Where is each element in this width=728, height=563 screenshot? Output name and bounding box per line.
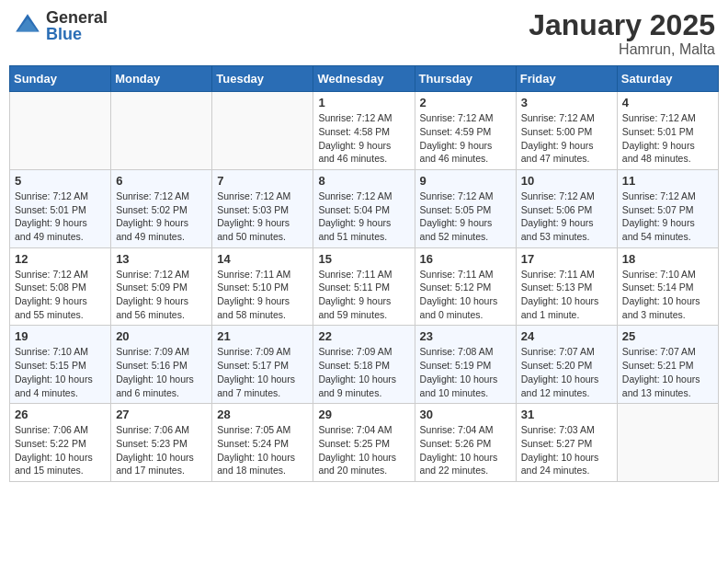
day-info-line: Daylight: 9 hours and 49 minutes. bbox=[15, 216, 106, 243]
day-info: Sunrise: 7:12 AMSunset: 5:05 PMDaylight:… bbox=[420, 190, 511, 244]
day-info: Sunrise: 7:09 AMSunset: 5:16 PMDaylight:… bbox=[116, 345, 207, 399]
week-row-3: 19Sunrise: 7:10 AMSunset: 5:15 PMDayligh… bbox=[10, 326, 719, 404]
day-info: Sunrise: 7:12 AMSunset: 5:03 PMDaylight:… bbox=[217, 190, 308, 244]
week-row-2: 12Sunrise: 7:12 AMSunset: 5:08 PMDayligh… bbox=[10, 247, 719, 326]
day-info-line: Daylight: 9 hours and 51 minutes. bbox=[318, 216, 409, 243]
day-info-line: Sunrise: 7:09 AM bbox=[116, 345, 207, 359]
day-cell bbox=[111, 92, 212, 170]
day-info: Sunrise: 7:07 AMSunset: 5:21 PMDaylight:… bbox=[622, 345, 713, 399]
weekday-header-saturday: Saturday bbox=[617, 66, 718, 92]
day-info-line: Sunset: 5:01 PM bbox=[622, 125, 713, 139]
day-info-line: Daylight: 10 hours and 15 minutes. bbox=[15, 451, 106, 477]
day-info-line: Daylight: 9 hours and 54 minutes. bbox=[622, 216, 713, 243]
day-info-line: Sunrise: 7:12 AM bbox=[318, 190, 409, 203]
day-number: 24 bbox=[521, 329, 612, 343]
day-info-line: Sunrise: 7:09 AM bbox=[217, 345, 308, 359]
day-info-line: Daylight: 10 hours and 24 minutes. bbox=[521, 451, 612, 477]
logo-blue: Blue bbox=[46, 26, 108, 42]
day-cell: 21Sunrise: 7:09 AMSunset: 5:17 PMDayligh… bbox=[212, 326, 313, 404]
day-cell: 15Sunrise: 7:11 AMSunset: 5:11 PMDayligh… bbox=[313, 247, 415, 326]
day-number: 28 bbox=[217, 408, 308, 421]
day-info-line: Daylight: 10 hours and 18 minutes. bbox=[217, 451, 308, 477]
day-info: Sunrise: 7:03 AMSunset: 5:27 PMDaylight:… bbox=[521, 423, 612, 477]
day-cell: 30Sunrise: 7:04 AMSunset: 5:26 PMDayligh… bbox=[415, 404, 516, 482]
day-info-line: Sunset: 5:10 PM bbox=[217, 281, 308, 294]
day-info-line: Daylight: 9 hours and 58 minutes. bbox=[217, 294, 308, 321]
day-cell: 26Sunrise: 7:06 AMSunset: 5:22 PMDayligh… bbox=[10, 404, 111, 482]
day-info-line: Sunset: 5:00 PM bbox=[521, 125, 612, 139]
day-info-line: Sunrise: 7:12 AM bbox=[622, 111, 713, 125]
day-info-line: Daylight: 10 hours and 6 minutes. bbox=[116, 373, 207, 399]
day-number: 4 bbox=[622, 96, 713, 109]
location: Hamrun, Malta bbox=[529, 41, 715, 58]
day-info-line: Sunrise: 7:06 AM bbox=[15, 423, 106, 437]
day-info-line: Daylight: 10 hours and 17 minutes. bbox=[116, 451, 207, 477]
day-info-line: Sunrise: 7:09 AM bbox=[318, 345, 409, 359]
day-info: Sunrise: 7:10 AMSunset: 5:14 PMDaylight:… bbox=[622, 268, 713, 322]
day-info: Sunrise: 7:09 AMSunset: 5:17 PMDaylight:… bbox=[217, 345, 308, 399]
day-info-line: Daylight: 9 hours and 47 minutes. bbox=[521, 139, 612, 166]
day-info-line: Daylight: 9 hours and 52 minutes. bbox=[420, 216, 511, 243]
day-info-line: Daylight: 10 hours and 7 minutes. bbox=[217, 373, 308, 399]
day-number: 27 bbox=[116, 408, 207, 421]
day-cell bbox=[617, 404, 718, 482]
day-number: 30 bbox=[420, 408, 511, 421]
day-number: 17 bbox=[521, 252, 612, 266]
day-number: 9 bbox=[420, 174, 511, 188]
day-info-line: Sunrise: 7:11 AM bbox=[521, 268, 612, 282]
day-info-line: Sunset: 5:01 PM bbox=[15, 203, 106, 217]
day-info-line: Daylight: 10 hours and 20 minutes. bbox=[318, 451, 409, 477]
day-info: Sunrise: 7:06 AMSunset: 5:23 PMDaylight:… bbox=[116, 423, 207, 477]
day-info-line: Sunset: 4:58 PM bbox=[318, 125, 409, 139]
logo-text: General Blue bbox=[46, 9, 108, 42]
day-info-line: Sunrise: 7:06 AM bbox=[116, 423, 207, 437]
weekday-header-sunday: Sunday bbox=[10, 66, 111, 92]
day-info: Sunrise: 7:12 AMSunset: 5:07 PMDaylight:… bbox=[622, 190, 713, 244]
day-info-line: Sunset: 5:14 PM bbox=[622, 281, 713, 294]
day-cell: 4Sunrise: 7:12 AMSunset: 5:01 PMDaylight… bbox=[617, 92, 718, 170]
page-header: General Blue January 2025 Hamrun, Malta bbox=[9, 9, 719, 58]
logo-icon bbox=[13, 11, 42, 40]
day-info: Sunrise: 7:09 AMSunset: 5:18 PMDaylight:… bbox=[318, 345, 409, 399]
day-info-line: Sunrise: 7:12 AM bbox=[420, 111, 511, 125]
day-info-line: Sunrise: 7:12 AM bbox=[217, 190, 308, 203]
day-info-line: Daylight: 10 hours and 3 minutes. bbox=[622, 294, 713, 321]
day-number: 18 bbox=[622, 252, 713, 266]
day-info-line: Sunrise: 7:08 AM bbox=[420, 345, 511, 359]
day-info: Sunrise: 7:12 AMSunset: 5:02 PMDaylight:… bbox=[116, 190, 207, 244]
day-number: 22 bbox=[318, 329, 409, 343]
day-info-line: Daylight: 9 hours and 53 minutes. bbox=[521, 216, 612, 243]
day-info-line: Sunset: 5:06 PM bbox=[521, 203, 612, 217]
day-cell: 3Sunrise: 7:12 AMSunset: 5:00 PMDaylight… bbox=[516, 92, 617, 170]
day-info: Sunrise: 7:11 AMSunset: 5:12 PMDaylight:… bbox=[420, 268, 511, 322]
day-info: Sunrise: 7:12 AMSunset: 5:06 PMDaylight:… bbox=[521, 190, 612, 244]
day-info-line: Sunset: 5:16 PM bbox=[116, 359, 207, 373]
weekday-header-tuesday: Tuesday bbox=[212, 66, 313, 92]
day-cell: 13Sunrise: 7:12 AMSunset: 5:09 PMDayligh… bbox=[111, 247, 212, 326]
day-info: Sunrise: 7:12 AMSunset: 4:59 PMDaylight:… bbox=[420, 111, 511, 166]
day-info-line: Daylight: 9 hours and 55 minutes. bbox=[15, 294, 106, 321]
weekday-header-friday: Friday bbox=[516, 66, 617, 92]
day-info-line: Sunset: 5:09 PM bbox=[116, 281, 207, 294]
day-info: Sunrise: 7:10 AMSunset: 5:15 PMDaylight:… bbox=[15, 345, 106, 399]
day-cell: 27Sunrise: 7:06 AMSunset: 5:23 PMDayligh… bbox=[111, 404, 212, 482]
week-row-0: 1Sunrise: 7:12 AMSunset: 4:58 PMDaylight… bbox=[10, 92, 719, 170]
day-info-line: Daylight: 9 hours and 46 minutes. bbox=[420, 139, 511, 166]
day-info-line: Sunset: 5:07 PM bbox=[622, 203, 713, 217]
day-cell: 22Sunrise: 7:09 AMSunset: 5:18 PMDayligh… bbox=[313, 326, 415, 404]
day-info: Sunrise: 7:12 AMSunset: 5:04 PMDaylight:… bbox=[318, 190, 409, 244]
day-cell: 12Sunrise: 7:12 AMSunset: 5:08 PMDayligh… bbox=[10, 247, 111, 326]
day-cell: 28Sunrise: 7:05 AMSunset: 5:24 PMDayligh… bbox=[212, 404, 313, 482]
day-cell: 2Sunrise: 7:12 AMSunset: 4:59 PMDaylight… bbox=[415, 92, 516, 170]
day-info-line: Sunset: 5:15 PM bbox=[15, 359, 106, 373]
day-info-line: Sunset: 5:05 PM bbox=[420, 203, 511, 217]
title-block: January 2025 Hamrun, Malta bbox=[529, 9, 715, 58]
day-number: 21 bbox=[217, 329, 308, 343]
day-number: 5 bbox=[15, 174, 106, 188]
day-cell: 11Sunrise: 7:12 AMSunset: 5:07 PMDayligh… bbox=[617, 169, 718, 247]
day-number: 20 bbox=[116, 329, 207, 343]
day-info-line: Daylight: 10 hours and 4 minutes. bbox=[15, 373, 106, 399]
day-info-line: Sunrise: 7:12 AM bbox=[420, 190, 511, 203]
day-number: 6 bbox=[116, 174, 207, 188]
day-info-line: Daylight: 10 hours and 10 minutes. bbox=[420, 373, 511, 399]
